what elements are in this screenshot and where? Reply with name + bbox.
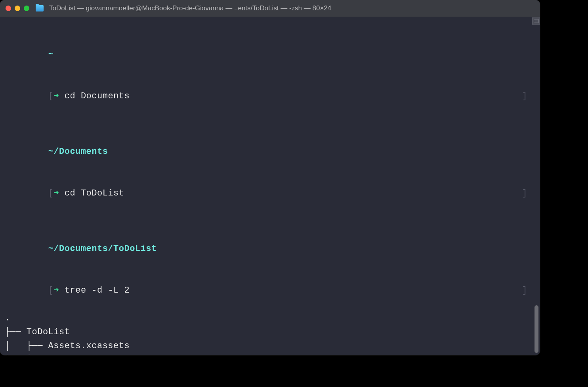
command-text: cd ToDoList — [65, 188, 124, 198]
command-line: [➜ cd ToDoList] — [5, 172, 538, 214]
close-button[interactable] — [6, 6, 11, 11]
scroll-indicator-icon[interactable] — [532, 17, 540, 25]
tree-output-line: │ └── Base.lproj — [5, 353, 538, 355]
tree-output-line: │ ├── Assets.xcassets — [5, 339, 538, 353]
prompt-path-line: ~/Documents/ToDoList — [5, 228, 538, 270]
titlebar[interactable]: ToDoList — giovannamoeller@MacBook-Pro-d… — [0, 0, 540, 17]
command-text: tree -d -L 2 — [65, 285, 130, 295]
window-title: ToDoList — giovannamoeller@MacBook-Pro-d… — [49, 4, 331, 12]
command-line: [➜ cd Documents] — [5, 75, 538, 117]
terminal-window: ToDoList — giovannamoeller@MacBook-Pro-d… — [0, 0, 540, 355]
folder-icon — [36, 5, 44, 11]
tree-output-line: . — [5, 311, 538, 325]
traffic-lights — [6, 6, 29, 11]
tree-output-line: ├── ToDoList — [5, 325, 538, 339]
command-line: [➜ tree -d -L 2] — [5, 270, 538, 311]
maximize-button[interactable] — [24, 6, 29, 11]
command-text: cd Documents — [65, 91, 130, 101]
terminal-content[interactable]: ~ [➜ cd Documents] ~/Documents [➜ cd ToD… — [5, 20, 538, 355]
minimize-button[interactable] — [15, 6, 20, 11]
terminal-body[interactable]: ~ [➜ cd Documents] ~/Documents [➜ cd ToD… — [0, 17, 540, 355]
prompt-path-line: ~ — [5, 34, 538, 75]
scrollbar-thumb[interactable] — [535, 305, 538, 353]
prompt-path-line: ~/Documents — [5, 131, 538, 172]
